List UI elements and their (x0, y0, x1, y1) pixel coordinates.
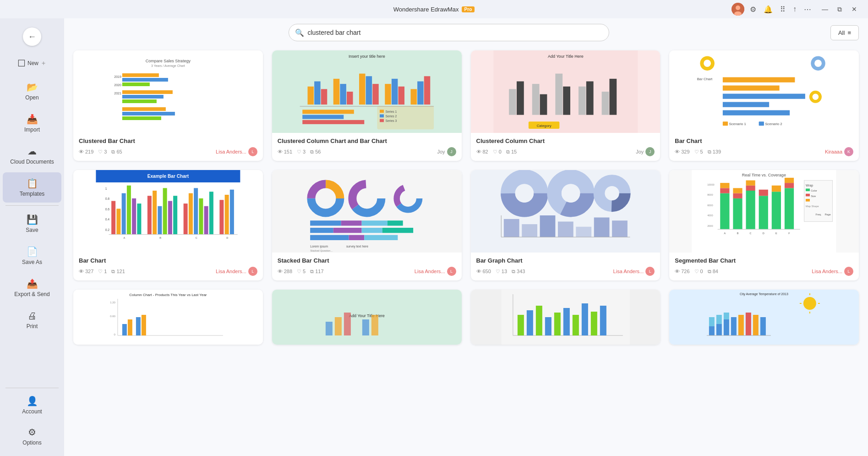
template-card-city-temp[interactable]: City Average Temperature of 2013 (669, 290, 859, 345)
sidebar-item-open[interactable]: 📂 Open (3, 76, 61, 106)
svg-text:0.60: 0.60 (110, 315, 115, 318)
svg-rect-233 (709, 326, 715, 335)
copies-1: ⧉ 56 (310, 149, 321, 155)
views-val-4: 327 (85, 269, 93, 274)
print-icon: 🖨 (27, 311, 37, 321)
svg-rect-56 (601, 92, 609, 115)
svg-rect-99 (194, 188, 198, 234)
more-icon[interactable]: ⋯ (802, 3, 813, 16)
maximize-button[interactable]: ⧉ (833, 3, 846, 16)
share-icon[interactable]: ↑ (791, 3, 798, 15)
copies-val-6: 343 (517, 269, 525, 274)
svg-rect-238 (724, 313, 729, 319)
template-card-clustered-bar-chart[interactable]: Compare Sales Strategy 3 Years / Average… (73, 50, 263, 161)
svg-rect-240 (738, 315, 744, 335)
svg-text:0.8: 0.8 (105, 197, 110, 200)
heart-icon-6: ♡ (496, 269, 500, 275)
likes-1: ♡ 3 (297, 149, 306, 155)
svg-rect-10 (122, 95, 164, 99)
views-val-6: 650 (483, 269, 491, 274)
author-name-5: Lisa Anders... (415, 269, 445, 274)
svg-text:Add Your Title Here: Add Your Title Here (548, 54, 584, 59)
svg-rect-34 (424, 76, 431, 104)
saveas-label: Save As (22, 259, 42, 265)
svg-rect-105 (230, 190, 234, 235)
svg-text:2021: 2021 (114, 92, 121, 95)
svg-rect-234 (709, 317, 715, 326)
views-4: 👁 327 (79, 269, 93, 274)
svg-rect-29 (385, 84, 391, 104)
grid-icon[interactable]: ⠿ (778, 3, 787, 16)
template-card-clustered-col-bar[interactable]: Insert your title here (272, 50, 462, 161)
svg-rect-100 (199, 198, 203, 235)
sidebar-item-new[interactable]: ☐ New ＋ (3, 52, 61, 74)
sidebar-item-export[interactable]: 📤 Export & Send (3, 273, 61, 303)
sidebar-item-account[interactable]: 👤 Account (3, 390, 61, 420)
search-icon: 🔍 (295, 28, 304, 37)
author-avatar-0: L (248, 147, 257, 156)
svg-rect-13 (122, 112, 175, 115)
template-card-segmented[interactable]: Real Time vs. Coverage 10000 8000 6000 4… (669, 170, 859, 280)
svg-point-139 (515, 184, 534, 203)
back-button[interactable]: ← (0, 22, 64, 51)
svg-rect-123 (341, 220, 361, 225)
card-image-stacked: Lorem ipsum survey text here Stacked Que… (272, 170, 462, 253)
copy-icon-1: ⧉ (310, 149, 314, 155)
cloud-label: Cloud Documents (10, 159, 54, 165)
sidebar-item-import[interactable]: 📥 Import (3, 108, 61, 138)
card-image-city-temp: City Average Temperature of 2013 (669, 290, 859, 345)
sidebar-item-cloud[interactable]: ☁ Cloud Documents (3, 140, 61, 170)
settings-icon[interactable]: ⚙ (748, 3, 758, 16)
card-title-clustered-col-bar: Clustered Column Chart and Bar Chart (278, 137, 456, 144)
svg-rect-216 (517, 315, 524, 335)
sidebar-item-save[interactable]: 💾 Save (3, 209, 61, 239)
templates-grid: Compare Sales Strategy 3 Years / Average… (64, 47, 868, 456)
content-area: 🔍 All ≡ Compare Sales Strategy 3 Years /… (64, 18, 868, 456)
minimize-button[interactable]: — (819, 3, 831, 16)
card-author-0: Lisa Anders... L (216, 147, 257, 156)
svg-rect-236 (716, 315, 722, 324)
eye-icon-4: 👁 (79, 269, 84, 274)
svg-point-228 (803, 297, 816, 310)
svg-rect-101 (204, 206, 208, 235)
template-card-placeholder2[interactable]: Add Your Title Here (272, 290, 462, 345)
svg-rect-125 (388, 220, 403, 225)
user-avatar[interactable] (732, 3, 744, 16)
author-2: Joy J (636, 147, 655, 156)
search-input[interactable] (289, 24, 609, 41)
filter-button[interactable]: All ≡ (830, 25, 859, 40)
copies-3: ⧉ 139 (708, 149, 721, 155)
template-card-placeholder3[interactable] (471, 290, 661, 345)
template-card-example-bar[interactable]: Example Bar Chart 1 0.8 0.6 0.4 0.2 (73, 170, 263, 280)
svg-text:2000: 2000 (707, 225, 713, 227)
template-card-stacked[interactable]: Lorem ipsum survey text here Stacked Que… (272, 170, 462, 280)
svg-rect-20 (307, 87, 314, 104)
template-card-col-products[interactable]: Column Chart - Products This Year vs Las… (73, 290, 263, 345)
template-card-bar-icons[interactable]: Bar Chart Scenario 1 (669, 50, 859, 161)
sidebar-item-saveas[interactable]: 📄 Save As (3, 241, 61, 271)
copy-icon-7: ⧉ (708, 269, 711, 275)
template-card-clustered-col[interactable]: Add Your Title Here (471, 50, 661, 161)
notification-icon[interactable]: 🔔 (762, 3, 775, 16)
svg-rect-173 (772, 192, 781, 229)
close-button[interactable]: ✕ (848, 3, 861, 16)
svg-text:Series 2: Series 2 (385, 115, 397, 118)
svg-rect-195 (104, 290, 232, 345)
sidebar-item-options[interactable]: ⚙ Options (3, 421, 61, 451)
svg-text:Page: Page (825, 213, 831, 216)
author-6: Lisa Anders... L (613, 267, 655, 276)
copies-val-1: 56 (315, 149, 321, 154)
likes-count: ♡ 3 (98, 149, 107, 155)
template-card-bar-graph[interactable]: Bar Graph Chart 👁 650 ♡ 13 ⧉ (471, 170, 661, 280)
svg-rect-55 (586, 82, 593, 115)
author-name-6: Lisa Anders... (613, 269, 644, 274)
card-info-stacked: Stacked Bar Chart 👁 288 ♡ 5 ⧉ (272, 253, 462, 280)
svg-rect-73 (723, 121, 728, 126)
svg-point-64 (814, 60, 822, 67)
svg-rect-239 (731, 317, 737, 335)
search-wrapper: 🔍 (289, 24, 609, 41)
sidebar-item-templates[interactable]: 📋 Templates (3, 172, 61, 203)
sidebar-item-print[interactable]: 🖨 Print (3, 305, 61, 335)
svg-rect-169 (746, 186, 755, 191)
author-avatar-2: J (645, 147, 655, 156)
